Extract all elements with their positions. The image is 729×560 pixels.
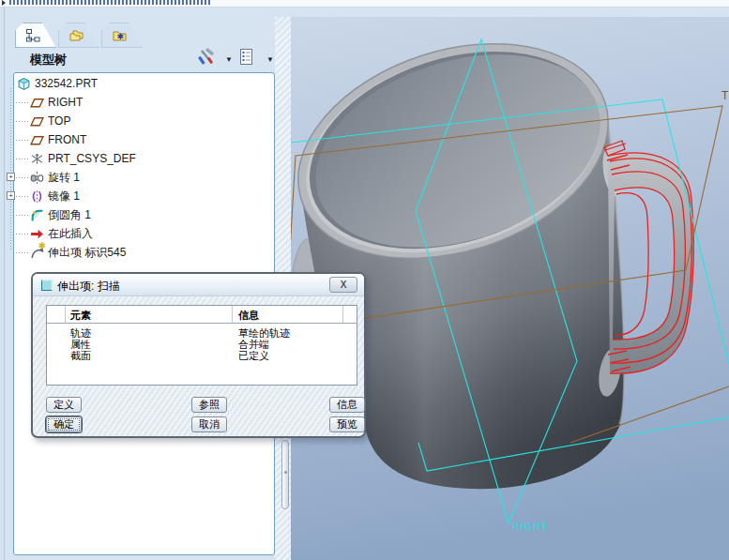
dialog-titlebar[interactable]: 伸出项: 扫描 X xyxy=(33,274,364,296)
window-edge xyxy=(4,8,5,560)
model-tree-header: 模型树 ▼ ▼ xyxy=(13,48,275,72)
clipped-message-text xyxy=(9,0,211,5)
references-button[interactable]: 参照 xyxy=(191,397,227,413)
svg-text:✱: ✱ xyxy=(117,32,125,41)
message-bar xyxy=(0,0,729,8)
preview-button[interactable]: 预览 xyxy=(329,416,365,432)
datum-plane-icon xyxy=(30,114,44,129)
tree-item-mirror[interactable]: 镜像 1 xyxy=(13,187,272,205)
tab-folder-browser[interactable] xyxy=(58,23,99,48)
revolve-icon xyxy=(30,171,44,185)
col-info: 信息 xyxy=(233,306,343,323)
tab-model-tree[interactable] xyxy=(15,23,56,48)
chevron-down-icon: ▼ xyxy=(266,55,274,64)
expand-toggle[interactable]: + xyxy=(7,173,15,181)
right-plane-label: RIGHT xyxy=(512,522,549,532)
round-icon xyxy=(30,208,44,222)
tree-connector xyxy=(10,88,11,250)
tree-item-right-plane[interactable]: RIGHT xyxy=(13,93,272,112)
info-button[interactable]: 信息 xyxy=(329,397,365,413)
tree-item-csys[interactable]: PRT_CSYS_DEF xyxy=(13,149,272,168)
tree-item-revolve[interactable]: 旋转 1 xyxy=(13,168,272,187)
splitter-handle[interactable] xyxy=(281,440,289,509)
cancel-button[interactable]: 取消 xyxy=(191,416,227,432)
close-button[interactable]: X xyxy=(329,277,357,293)
datum-plane-icon xyxy=(30,133,44,147)
expand-toggle[interactable]: + xyxy=(7,191,15,200)
col-element: 元素 xyxy=(66,306,233,323)
tree-item-top-plane[interactable]: TOP xyxy=(13,112,272,130)
tools-icon xyxy=(197,48,218,67)
dialog-icon xyxy=(40,279,53,295)
list-icon xyxy=(238,48,255,67)
table-row[interactable]: 截面已定义 xyxy=(47,350,357,361)
tree-settings-button[interactable]: ▼ xyxy=(197,48,235,70)
folders-icon xyxy=(68,28,84,47)
table-row[interactable]: 轨迹草绘的轨迹 xyxy=(47,327,357,339)
table-row[interactable]: 属性合并端 xyxy=(47,339,357,350)
datum-plane-icon xyxy=(30,96,44,110)
top-plane-label: T xyxy=(721,89,729,102)
model-tree-icon xyxy=(25,28,40,47)
tree-item-part[interactable]: 332542.PRT xyxy=(13,74,272,93)
tab-favorites[interactable]: ✱ xyxy=(101,23,143,48)
csys-icon xyxy=(30,152,44,166)
part-icon xyxy=(17,77,31,91)
dialog-title: 伸出项: 扫描 xyxy=(57,279,120,295)
tree-item-protrusion[interactable]: ✱ 伸出项 标识545 xyxy=(13,243,272,262)
splitter-dot xyxy=(284,471,287,474)
panel-title: 模型树 xyxy=(30,52,67,68)
insert-here-arrow-icon xyxy=(30,227,44,241)
mirror-icon xyxy=(30,189,44,204)
sweep-icon: ✱ xyxy=(30,246,44,260)
define-button[interactable]: 定义 xyxy=(46,397,82,413)
pending-badge: ✱ xyxy=(38,241,46,250)
tree-item-front-plane[interactable]: FRONT xyxy=(13,130,272,149)
tree-item-insert-here[interactable]: 在此插入 xyxy=(13,224,272,243)
table-header: 元素 信息 xyxy=(47,306,357,324)
prompt-arrow-icon xyxy=(2,0,6,6)
favorites-folder-icon: ✱ xyxy=(112,28,128,47)
tree-show-button[interactable]: ▼ xyxy=(238,48,276,70)
ok-button[interactable]: 确定 xyxy=(46,416,82,432)
chevron-down-icon: ▼ xyxy=(225,55,233,64)
elements-table[interactable]: 元素 信息 轨迹草绘的轨迹 属性合并端 截面已定义 xyxy=(46,305,357,386)
protrusion-sweep-dialog: 伸出项: 扫描 X 元素 信息 轨迹草绘的轨迹 属性合并端 截面已定义 定义 参… xyxy=(31,272,366,438)
tree-item-round[interactable]: 倒圆角 1 xyxy=(13,205,272,224)
